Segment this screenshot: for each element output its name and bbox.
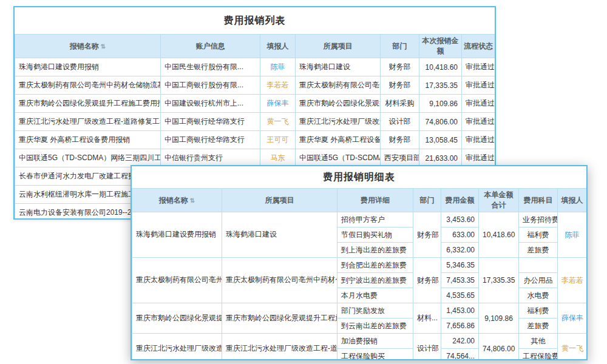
project-link[interactable]: 重庆市鹅岭公园绿化景观提升工程施工 xyxy=(222,303,337,334)
filler-cell: 薛保丰 xyxy=(558,303,587,334)
detail-row: 珠海鹤港口建设费用报销珠海鹤港口建设招待甲方客户财务部3,453.6010,41… xyxy=(132,212,587,228)
filler-cell: 王可可 xyxy=(260,131,296,149)
amount-cell: 9,109.86 xyxy=(419,95,462,113)
department-cell: 财务部 xyxy=(381,76,419,95)
expense-detail-cell: 招待甲方客户 xyxy=(337,212,413,228)
department-cell: 财务部 xyxy=(413,212,441,258)
detail-row: 重庆江北污水处理厂级改造工程-...重庆江北污水处理厂级改造工程-道路修复工..… xyxy=(132,334,587,349)
status-link[interactable]: 审批通过 xyxy=(462,113,495,131)
list-column-header[interactable]: 报销名称⇅ xyxy=(15,35,161,58)
column-header-label: 部门 xyxy=(420,196,435,204)
expense-detail-cell: 节假日购买礼物 xyxy=(337,228,413,243)
detail-header-row: 报销名称⇅所属项目费用详细部门费用金额本单金额合计费用科目填报人 xyxy=(132,189,587,212)
expense-detail-cell: 加油费报销 xyxy=(337,334,413,349)
status-link[interactable]: 审批通过 xyxy=(462,76,495,95)
amount-cell: 13,058.45 xyxy=(419,131,462,149)
total-amount-cell: 17,335.35 xyxy=(479,258,519,303)
department-cell: 财务部 xyxy=(381,131,419,149)
expense-detail-card: 费用报销明细表 报销名称⇅所属项目费用详细部门费用金额本单金额合计费用科目填报人… xyxy=(131,165,588,360)
total-amount-cell: 9,109.86 xyxy=(479,303,519,334)
status-link[interactable]: 审批通过 xyxy=(462,149,495,167)
column-header-label: 部门 xyxy=(393,42,407,50)
project-link[interactable]: 重庆太极制药有限公司亳州中药材仓储物流... xyxy=(222,258,337,303)
list-column-header: 流程状态 xyxy=(462,35,495,58)
amount-cell: 21,633.00 xyxy=(419,149,462,167)
status-link[interactable]: 审批通过 xyxy=(462,95,495,113)
expense-detail-cell: 到云南出差的差旅费 xyxy=(337,318,413,334)
expense-amount-cell: 1,453.00 xyxy=(441,303,479,318)
filler-cell: 薛保丰 xyxy=(260,95,296,113)
project-link[interactable]: 重庆太极制药有限公司亳州中... xyxy=(296,76,381,95)
project-link[interactable]: 重庆江北污水处理厂级改造工... xyxy=(296,113,381,131)
expense-amount-cell: 6,332.00 xyxy=(441,243,479,258)
expense-category-cell: 差旅费 xyxy=(519,243,558,258)
status-link[interactable]: 审批通过 xyxy=(462,131,495,149)
detail-column-header: 部门 xyxy=(413,189,441,212)
column-header-label: 填报人 xyxy=(267,42,289,50)
list-column-header: 填报人 xyxy=(260,35,296,58)
expense-category-cell: 办公用品 xyxy=(519,273,558,288)
list-column-header: 本次报销金额 xyxy=(419,35,462,58)
project-link[interactable]: 珠海鹤港口建设 xyxy=(222,212,337,258)
detail-table-body: 珠海鹤港口建设费用报销珠海鹤港口建设招待甲方客户财务部3,453.6010,41… xyxy=(132,212,587,361)
list-column-header: 所属项目 xyxy=(296,35,381,58)
detail-table-header: 报销名称⇅所属项目费用详细部门费用金额本单金额合计费用科目填报人 xyxy=(132,189,587,212)
department-cell: 材料采购 xyxy=(381,95,419,113)
expense-category-cell: 工程保险费 xyxy=(519,349,558,361)
reimbursement-name-link[interactable]: 中国联通5G（TD-SCDMA）网络三期四川工程费... xyxy=(15,149,161,167)
column-header-label: 费用科目 xyxy=(524,196,553,204)
reimbursement-name-link[interactable]: 重庆华夏 外高桥工程设备费用报销 xyxy=(15,131,161,149)
sort-icon[interactable]: ⇅ xyxy=(190,197,195,204)
expense-detail-cell: 本月水电费 xyxy=(337,288,413,303)
total-amount-cell: 10,418.60 xyxy=(479,212,519,258)
department-cell: 设计部 xyxy=(381,113,419,131)
column-header-label: 报销名称 xyxy=(70,42,99,50)
column-header-label: 费用详细 xyxy=(361,196,390,204)
expense-amount-cell: 242.00 xyxy=(441,334,479,349)
reimbursement-name-link[interactable]: 重庆江北污水处理厂级改造工程-道路修复工程费用... xyxy=(15,113,161,131)
project-link[interactable]: 重庆华夏 外高桥工程设备 xyxy=(296,131,381,149)
reimbursement-name-link[interactable]: 重庆江北污水处理厂级改造工程-... xyxy=(132,334,222,361)
project-link[interactable]: 中国联通5G（TD-SCDMA）网... xyxy=(296,149,381,167)
column-header-label: 所属项目 xyxy=(324,42,353,50)
column-header-label: 本单金额合计 xyxy=(484,190,514,209)
expense-category-cell xyxy=(519,258,558,273)
detail-column-header: 所属项目 xyxy=(222,189,337,212)
filler-cell: 陈菲 xyxy=(260,58,296,76)
reimbursement-name-link[interactable]: 重庆太极制药有限公司亳州中药材仓储物流基地项... xyxy=(15,76,161,95)
reimbursement-name-link[interactable]: 重庆市鹅岭公园绿化景观提升工程... xyxy=(132,303,222,334)
department-cell: 设计部 xyxy=(413,334,441,361)
account-info-cell: 中国民生银行股份有限... xyxy=(161,58,260,76)
expense-detail-table: 报销名称⇅所属项目费用详细部门费用金额本单金额合计费用科目填报人 珠海鹤港口建设… xyxy=(132,188,587,360)
status-link[interactable]: 审批通过 xyxy=(462,58,495,76)
reimbursement-name-link[interactable]: 珠海鹤港口建设费用报销 xyxy=(132,212,222,258)
detail-table-title: 费用报销明细表 xyxy=(132,166,586,188)
filler-cell: 黄一飞 xyxy=(260,113,296,131)
sort-icon[interactable]: ⇅ xyxy=(101,43,106,50)
reimbursement-name-link[interactable]: 重庆太极制药有限公司亳州中药材... xyxy=(132,258,222,303)
project-link[interactable]: 重庆市鹅岭公园绿化景观提升... xyxy=(296,95,381,113)
reimbursement-name-link[interactable]: 珠海鹤港口建设费用报销 xyxy=(15,58,161,76)
expense-amount-cell: 3,453.60 xyxy=(441,212,479,228)
expense-category-cell: 业务招待费 xyxy=(519,212,558,228)
department-cell: 财务部 xyxy=(381,58,419,76)
project-link[interactable]: 重庆江北污水处理厂级改造工程-道路修复工... xyxy=(222,334,337,361)
amount-cell: 10,418.60 xyxy=(419,58,462,76)
account-info-cell: 中国工商银行经华路支行 xyxy=(161,131,260,149)
expense-category-cell: 差旅费 xyxy=(519,318,558,334)
amount-cell: 17,335.35 xyxy=(419,76,462,95)
project-link[interactable]: 珠海鹤港口建设 xyxy=(296,58,381,76)
expense-detail-cell: 工程保险购买 xyxy=(337,349,413,361)
list-column-header: 部门 xyxy=(381,35,419,58)
column-header-label: 填报人 xyxy=(561,196,583,204)
total-amount-cell: 74,806.00 xyxy=(479,334,519,361)
expense-detail-cell: 到宁波出差的差旅费 xyxy=(337,273,413,288)
reimbursement-name-link[interactable]: 重庆市鹅岭公园绿化景观提升工程施工费用报销 xyxy=(15,95,161,113)
filler-cell: 李若若 xyxy=(260,76,296,95)
expense-amount-cell: 633.00 xyxy=(441,228,479,243)
expense-amount-cell: 4,535.65 xyxy=(441,288,479,303)
list-row: 重庆太极制药有限公司亳州中药材仓储物流基地项...中国工商银行股份有限...李若… xyxy=(15,76,495,95)
expense-amount-cell: 7,656.86 xyxy=(441,318,479,334)
detail-row: 重庆太极制药有限公司亳州中药材...重庆太极制药有限公司亳州中药材仓储物流...… xyxy=(132,258,587,273)
detail-column-header[interactable]: 报销名称⇅ xyxy=(132,189,222,212)
